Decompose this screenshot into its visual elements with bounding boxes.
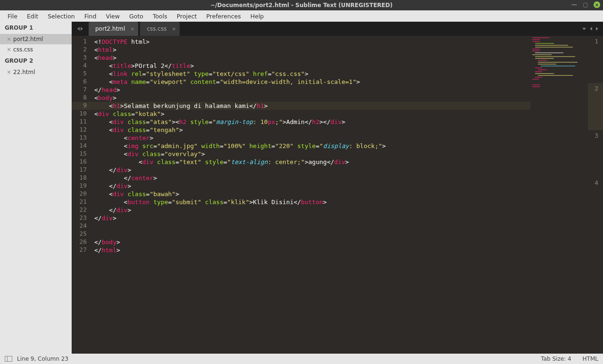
status-position: Line 9, Column 23 xyxy=(17,356,68,362)
menu-preferences[interactable]: Preferences xyxy=(202,11,246,21)
tab-port2[interactable]: port2.html × xyxy=(89,22,138,36)
status-tabsize[interactable]: Tab Size: 4 xyxy=(541,356,571,362)
close-icon[interactable]: × xyxy=(7,69,11,75)
tab-dropdown-icon[interactable] xyxy=(582,28,586,30)
menu-file[interactable]: File xyxy=(3,11,22,21)
code-editor[interactable]: <!DOCTYPE html><html><head> <title>POrta… xyxy=(91,36,530,354)
tab-close-icon[interactable]: × xyxy=(130,26,134,32)
close-icon[interactable]: × xyxy=(7,36,11,42)
sidebar-group2-header: GROUP 2 xyxy=(0,55,72,67)
tab-css[interactable]: css.css × xyxy=(140,22,180,36)
menubar: File Edit Selection Find View Goto Tools… xyxy=(0,10,603,22)
chevron-left-icon[interactable] xyxy=(77,27,80,31)
window-title: ~/Documents/port2.html - Sublime Text (U… xyxy=(210,2,393,8)
sidebar-item-port2[interactable]: ×port2.html xyxy=(0,34,72,44)
line-number-gutter[interactable]: 1234567891011121314151617181920212223242… xyxy=(72,36,91,354)
chevron-right-icon[interactable] xyxy=(596,27,598,31)
panel-switcher-icon[interactable] xyxy=(5,356,12,362)
chevron-right-icon[interactable] xyxy=(81,27,83,31)
menu-selection[interactable]: Selection xyxy=(43,11,80,21)
tab-close-icon[interactable]: × xyxy=(172,26,176,32)
menu-goto[interactable]: Goto xyxy=(124,11,148,21)
sidebar-item-22html[interactable]: ×22.html xyxy=(0,67,72,77)
menu-edit[interactable]: Edit xyxy=(22,11,43,21)
vertical-scrollbar[interactable] xyxy=(582,36,588,354)
window-minimize-icon[interactable]: — xyxy=(571,1,578,8)
sidebar-group1-header: GROUP 1 xyxy=(0,22,72,34)
chevron-left-icon[interactable] xyxy=(590,27,592,31)
menu-view[interactable]: View xyxy=(101,11,124,21)
right-pane-gutter: 1 2 3 4 xyxy=(588,36,603,354)
tab-history-nav[interactable] xyxy=(72,22,89,36)
menu-find[interactable]: Find xyxy=(80,11,101,21)
sidebar-item-css[interactable]: ×css.css xyxy=(0,44,72,55)
close-icon[interactable]: × xyxy=(7,46,11,53)
sidebar: GROUP 1 ×port2.html ×css.css GROUP 2 ×22… xyxy=(0,22,72,354)
statusbar: Line 9, Column 23 Tab Size: 4 HTML xyxy=(0,354,603,364)
status-syntax[interactable]: HTML xyxy=(583,356,598,362)
minimap[interactable] xyxy=(530,36,582,354)
menu-tools[interactable]: Tools xyxy=(148,11,172,21)
tabbar: port2.html × css.css × xyxy=(72,22,603,36)
menu-help[interactable]: Help xyxy=(246,11,269,21)
window-close-icon[interactable]: × xyxy=(594,1,600,8)
window-maximize-icon[interactable]: ▢ xyxy=(582,1,589,8)
menu-project[interactable]: Project xyxy=(172,11,202,21)
window-titlebar: ~/Documents/port2.html - Sublime Text (U… xyxy=(0,0,603,10)
